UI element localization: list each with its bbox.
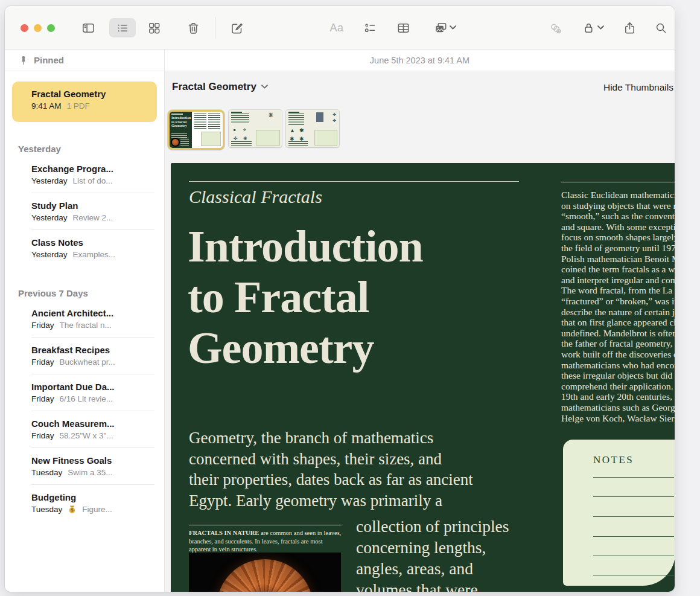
checklist-icon	[363, 21, 377, 35]
pdf-right-column-line: describe the nature of certain ja	[561, 307, 675, 318]
note-list-item[interactable]: New Fitness Goals TuesdaySwim a 35...	[5, 448, 164, 484]
compose-icon	[230, 21, 244, 35]
pdf-page: Classical Fractals Introduction to Fract…	[171, 163, 675, 592]
thumbnail-strip: Introduction to Fractal Geometry ❋	[168, 110, 339, 150]
header-rule	[189, 181, 519, 182]
triangle-fractal-icon: ▲	[290, 128, 295, 133]
pdf-right-column-line: “smooth,” such as the conventio	[561, 211, 675, 222]
gallery-view-button[interactable]	[143, 18, 165, 37]
note-date: Yesterday	[31, 213, 68, 222]
delete-note-button[interactable]	[182, 18, 204, 37]
note-list-item[interactable]: Breakfast Recipes FridayBuckwheat pr...	[5, 338, 164, 374]
notes-sidebar-card: NOTES	[563, 440, 675, 586]
pdf-intro-continued: collection of principles concerning leng…	[356, 516, 509, 592]
sidebar-icon	[81, 21, 95, 35]
desktop-background: Aa	[0, 0, 700, 596]
zoom-window-button[interactable]	[47, 24, 55, 32]
chevron-down-icon	[261, 85, 268, 89]
share-button[interactable]	[619, 18, 640, 37]
pdf-right-column-line: and interpret irregular and com	[561, 275, 675, 286]
note-list-item[interactable]: Study Plan YesterdayReview 2...	[5, 193, 164, 229]
checklist-button[interactable]	[359, 18, 381, 37]
thumbnail-page-2[interactable]: ❋ ■ ✣ ✣ ❋	[229, 110, 282, 147]
thumbnail-page-3[interactable]: ✣ ✣ ▲ ✱ ✱ ✱	[286, 110, 339, 147]
thumbnail-photo	[316, 112, 323, 122]
format-text-label: Aa	[329, 22, 343, 34]
note-list-item[interactable]: Exchange Progra... YesterdayList of do..…	[5, 156, 164, 193]
note-list-item[interactable]: Class Notes YesterdayExamples...	[5, 230, 164, 266]
photo-caption: FRACTALS IN NATURE are common and seen i…	[189, 529, 342, 554]
format-text-button[interactable]: Aa	[326, 18, 348, 37]
pdf-right-column-line: that on first glance appeared ch	[561, 317, 675, 328]
new-note-button[interactable]	[226, 18, 247, 37]
thumbnail-page-1[interactable]: Introduction to Fractal Geometry	[168, 110, 224, 150]
search-button[interactable]	[650, 18, 672, 37]
toggle-sidebar-button[interactable]	[77, 18, 99, 37]
note-preview: Review 2...	[73, 213, 113, 222]
note-date: Tuesday	[31, 505, 62, 514]
pdf-title: Introduction to Fractal Geometry	[188, 221, 423, 373]
note-content-area: June 5th 2023 at 9:41 AM Fractal Geometr…	[165, 50, 675, 592]
pdf-right-column-line: focus on smooth shapes largely	[561, 232, 675, 243]
pdf-right-column-line: Classic Euclidean mathematicia	[561, 190, 675, 200]
note-date: Tuesday	[31, 468, 62, 477]
note-title: Study Plan	[31, 200, 157, 211]
attachment-title: Fractal Geometry	[172, 81, 256, 93]
note-date: Friday	[31, 431, 54, 440]
note-title: Fractal Geometry	[31, 89, 148, 99]
close-window-button[interactable]	[21, 24, 28, 32]
minimize-window-button[interactable]	[34, 24, 42, 32]
note-list-item[interactable]: Budgeting Tuesday $ Figure...	[5, 485, 164, 521]
note-title: Breakfast Recipes	[31, 345, 157, 355]
pdf-right-column-line: coined the term fractals as a wa	[561, 264, 675, 275]
caption-rule	[189, 525, 342, 525]
note-preview: The fractal n...	[60, 321, 112, 330]
note-list-item[interactable]: Ancient Architect... FridayThe fractal n…	[5, 301, 164, 337]
search-icon	[654, 21, 668, 35]
notes-blank-line	[593, 556, 674, 556]
pdf-right-column-line: these irregular objects but did	[561, 370, 672, 381]
note-list-item-selected[interactable]: Fractal Geometry 9:41 AM1 PDF	[12, 82, 157, 122]
pdf-intro-paragraph: Geometry, the branch of mathematics conc…	[189, 428, 473, 511]
fractal-tree-icon: ❋	[269, 112, 273, 118]
note-date-line: June 5th 2023 at 9:41 AM	[370, 56, 469, 65]
pdf-right-column-line: work built off the discoveries o	[561, 349, 675, 360]
note-title: New Fitness Goals	[31, 455, 157, 466]
right-column-rule	[561, 182, 675, 182]
hide-thumbnails-button[interactable]: Hide Thumbnails	[603, 82, 673, 93]
note-date-bar: June 5th 2023 at 9:41 AM	[165, 50, 675, 71]
notes-blank-line	[593, 516, 674, 517]
note-preview: Examples...	[73, 250, 116, 259]
note-preview: Figure...	[82, 505, 112, 514]
pinned-section-header: Pinned	[5, 50, 164, 71]
note-preview: 58.25"W x 3"...	[60, 431, 113, 440]
attachment-title-menu[interactable]: Fractal Geometry	[172, 81, 268, 93]
notes-window: Aa	[5, 6, 675, 592]
note-date: Friday	[31, 394, 54, 403]
notes-blank-line	[593, 575, 674, 575]
thumbnail-cover-left: Introduction to Fractal Geometry	[170, 112, 192, 148]
note-list-item[interactable]: Important Due Da... Friday6/16 Lit revie…	[5, 374, 164, 411]
note-preview: 6/16 Lit revie...	[60, 394, 113, 403]
note-time: 9:41 AM	[31, 101, 62, 111]
chevron-down-icon	[597, 25, 604, 30]
note-date: Yesterday	[31, 250, 68, 259]
note-title: Exchange Progra...	[31, 164, 157, 174]
media-button[interactable]	[427, 18, 462, 37]
list-view-icon	[116, 21, 130, 35]
note-title: Budgeting	[31, 492, 157, 502]
photos-icon	[434, 21, 448, 35]
note-list-item[interactable]: Couch Measurem... Friday58.25"W x 3"...	[5, 411, 164, 447]
table-icon	[396, 21, 410, 35]
notes-list-sidebar: Pinned Fractal Geometry 9:41 AM1 PDF Yes…	[5, 50, 165, 592]
add-link-icon	[549, 21, 562, 35]
table-button[interactable]	[392, 18, 414, 37]
notes-blank-line	[593, 477, 674, 478]
add-link-button[interactable]	[544, 18, 566, 37]
pdf-right-column-line: mathematicians such as Georg	[561, 402, 675, 413]
pinned-label: Pinned	[34, 55, 64, 65]
list-view-button[interactable]	[109, 18, 136, 37]
lock-note-button[interactable]	[576, 18, 609, 37]
section-header-previous-7-days: Previous 7 Days	[18, 288, 164, 298]
thumbnail-notes-box	[256, 130, 280, 146]
